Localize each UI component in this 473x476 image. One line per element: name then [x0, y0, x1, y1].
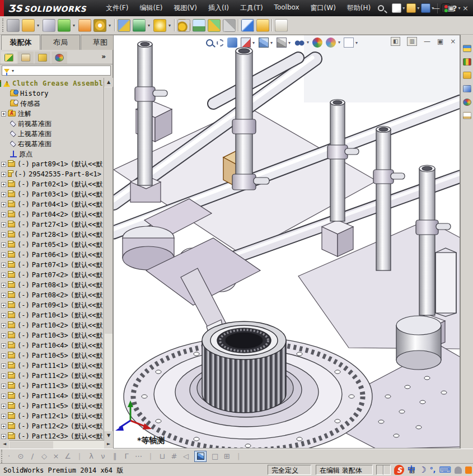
tree-part-row[interactable]: + (-) Part27<1> (默认<<默: [0, 220, 104, 230]
expand-icon[interactable]: +: [1, 283, 6, 288]
tree-part-row[interactable]: + (-) Part08<2> (默认<<默: [0, 290, 104, 300]
doc-minimize-button[interactable]: —: [424, 38, 430, 45]
tree-filter-input[interactable]: ▾: [2, 66, 111, 76]
show-hidden-components-icon[interactable]: [133, 19, 146, 32]
hide-show-items-icon[interactable]: [294, 38, 305, 48]
ime-punctuation-toggle[interactable]: °,: [430, 466, 436, 474]
sogou-logo-icon[interactable]: S: [394, 465, 404, 475]
appearance-frame-icon[interactable]: [275, 19, 288, 32]
merge-relation-icon[interactable]: ν: [100, 452, 106, 460]
separator[interactable]: |: [235, 452, 242, 460]
rotate-component-icon[interactable]: [93, 19, 106, 32]
mate-icon[interactable]: [43, 19, 55, 32]
tree-origin-row[interactable]: 原点: [10, 149, 104, 159]
toolbar-grip[interactable]: [1, 450, 3, 463]
separator[interactable]: |: [147, 452, 154, 460]
expand-icon[interactable]: +: [1, 192, 6, 197]
tree-part-row[interactable]: + (-) Part04<2> (默认<<默: [0, 209, 104, 220]
task-pane-button[interactable]: [462, 56, 472, 67]
expand-icon[interactable]: +: [1, 363, 6, 368]
expand-icon[interactable]: +: [1, 172, 6, 177]
expand-icon[interactable]: +: [1, 253, 6, 258]
trim-entities-icon[interactable]: ×: [53, 452, 59, 460]
sketch-point-icon[interactable]: ·: [6, 452, 12, 460]
expand-icon[interactable]: +: [1, 333, 6, 338]
sketch-circle-icon[interactable]: ⊙: [17, 452, 24, 460]
toolbar-grip[interactable]: [2, 18, 4, 32]
edit-appearance-icon[interactable]: [312, 38, 322, 48]
expand-icon[interactable]: +: [1, 353, 6, 358]
tree-part-row[interactable]: + (-) Part10<5> (默认<<默: [0, 351, 104, 361]
tree-part-row[interactable]: + (-) Part04<1> (默认<<默: [0, 199, 104, 209]
filter-dropdown-icon[interactable]: ▾: [12, 68, 14, 73]
instant3d-icon[interactable]: [241, 19, 254, 32]
parallel-relation-icon[interactable]: ∥: [111, 452, 118, 460]
collapse-left-pane-icon[interactable]: ◧: [391, 37, 400, 46]
ime-fullhalf-icon[interactable]: ☽: [419, 465, 426, 475]
graphics-viewport[interactable]: *等轴测: [113, 35, 460, 449]
doc-close-button[interactable]: ×: [450, 38, 456, 45]
component-preview-window-icon[interactable]: [193, 19, 205, 32]
expand-icon[interactable]: +: [1, 263, 6, 268]
minimize-button[interactable]: —: [433, 4, 440, 12]
manager-tab[interactable]: [35, 52, 50, 64]
new-document-icon[interactable]: [392, 3, 401, 13]
restore-button[interactable]: ▣: [448, 4, 455, 12]
smart-fasteners-icon[interactable]: [78, 19, 91, 32]
tree-part-row[interactable]: + (-) Part07<2> (默认<<默: [0, 270, 104, 280]
linear-component-pattern-icon[interactable]: [58, 19, 71, 32]
tree-part-row[interactable]: + (-) Part11<2> (默认<<默: [0, 371, 104, 381]
tree-top-plane-row[interactable]: 上视基准面: [10, 129, 104, 139]
expand-icon[interactable]: +: [1, 182, 6, 187]
view-settings-icon[interactable]: [344, 38, 354, 48]
tree-part-row[interactable]: + (-) Part09<1> (默认<<默: [0, 300, 104, 310]
tree-part-row[interactable]: + (-) Part07<1> (默认<<默: [0, 260, 104, 270]
grid-snap-icon[interactable]: #: [171, 452, 177, 460]
tree-root-row[interactable]: Clutch Grease Assembly: [0, 78, 104, 88]
tree-part-row[interactable]: + (-) Part11<3> (默认<<默: [0, 381, 104, 391]
tree-part-row[interactable]: + (-) Part10<4> (默认<<默: [0, 340, 104, 351]
zoom-to-fit-icon[interactable]: [206, 39, 213, 46]
scroll-left-icon[interactable]: ◄: [0, 440, 9, 449]
open-document-icon[interactable]: [406, 3, 416, 13]
document-tab[interactable]: 布局: [41, 35, 80, 50]
menu-item[interactable]: Toolbox: [269, 2, 305, 15]
open-part-icon[interactable]: [22, 19, 35, 32]
explode-line-sketch-icon[interactable]: [223, 19, 236, 32]
new-dropdown-icon[interactable]: ▾: [402, 6, 405, 11]
pierce-relation-icon[interactable]: λ: [88, 452, 95, 460]
expand-icon[interactable]: +: [1, 273, 6, 278]
ime-account-icon[interactable]: [455, 466, 462, 474]
expand-icon[interactable]: +: [1, 323, 6, 328]
tree-part-row[interactable]: + (-) Part03<1> (默认<<默: [0, 189, 104, 199]
doc-restore-button[interactable]: ▣: [437, 38, 443, 45]
separator[interactable]: [174, 19, 175, 31]
menu-item[interactable]: 插入(I): [203, 2, 234, 15]
assembly-model[interactable]: *等轴测: [114, 35, 460, 449]
expand-icon[interactable]: +: [1, 384, 6, 389]
tree-part-row[interactable]: + (-) Part02<1> (默认<<默: [0, 179, 104, 189]
sketch-chamfer-icon[interactable]: ∠: [64, 452, 71, 460]
scroll-thumb[interactable]: [10, 441, 53, 449]
scroll-up-icon[interactable]: ▲: [104, 78, 113, 87]
menu-item[interactable]: 编辑(E): [134, 2, 167, 15]
expand-icon[interactable]: +: [1, 162, 6, 167]
expand-icon[interactable]: +: [1, 343, 6, 348]
tree-part-row[interactable]: + (-) Part12<3> (默认<<默: [0, 431, 104, 440]
separator[interactable]: [271, 19, 273, 31]
document-tab[interactable]: 装配体: [1, 35, 40, 50]
expand-icon[interactable]: +: [1, 222, 6, 227]
tree-front-plane-row[interactable]: 前视基准面: [10, 119, 104, 129]
expand-icon[interactable]: +: [1, 414, 6, 419]
close-button[interactable]: ×: [462, 4, 469, 12]
menu-item[interactable]: 帮助(H): [342, 2, 376, 15]
manager-tab[interactable]: [1, 52, 17, 64]
task-pane-button[interactable]: [462, 110, 472, 121]
tree-part-row[interactable]: + (-) part89<1> (默认<<默: [0, 159, 104, 169]
expand-icon[interactable]: +: [1, 242, 6, 248]
tree-sensors-row[interactable]: 传感器: [10, 99, 104, 109]
collapse-right-pane-icon[interactable]: ▥: [407, 37, 416, 46]
tree-annotations-row[interactable]: + 注解: [0, 109, 104, 119]
exploded-view-icon[interactable]: [208, 19, 221, 32]
scroll-thumb[interactable]: [105, 87, 113, 334]
